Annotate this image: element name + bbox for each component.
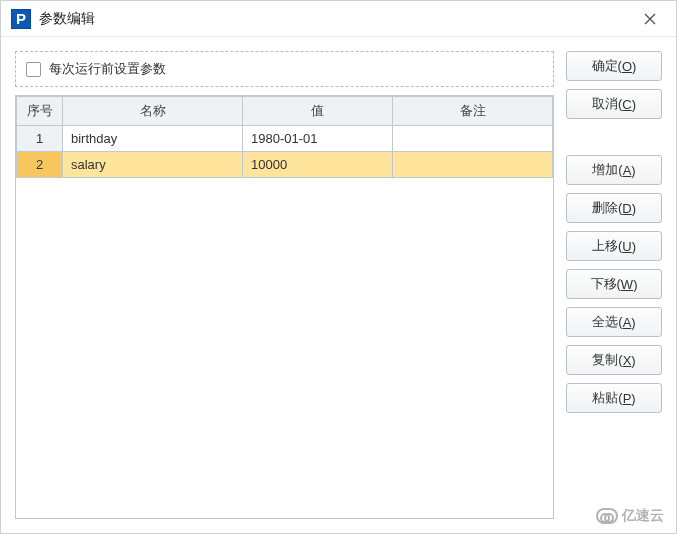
close-button[interactable]: [630, 4, 670, 34]
col-header-value[interactable]: 值: [243, 97, 393, 126]
parameter-table-wrap: 序号 名称 值 备注 1birthday1980-01-012salary100…: [15, 95, 554, 519]
col-header-name[interactable]: 名称: [63, 97, 243, 126]
pre-run-checkbox[interactable]: [26, 62, 41, 77]
titlebar: P 参数编辑: [1, 1, 676, 37]
window-title: 参数编辑: [39, 10, 630, 28]
col-header-seq[interactable]: 序号: [17, 97, 63, 126]
cell-seq[interactable]: 2: [17, 152, 63, 178]
close-icon: [644, 13, 656, 25]
watermark: 亿速云: [596, 507, 664, 525]
app-icon: P: [11, 9, 31, 29]
selectall-button[interactable]: 全选(A): [566, 307, 662, 337]
cell-note[interactable]: [393, 126, 553, 152]
cell-value[interactable]: 1980-01-01: [243, 126, 393, 152]
content-area: 每次运行前设置参数 序号 名称 值 备注 1birthday1980-01-01…: [1, 37, 676, 533]
table-row[interactable]: 1birthday1980-01-01: [17, 126, 553, 152]
cell-name[interactable]: salary: [63, 152, 243, 178]
parameter-table[interactable]: 序号 名称 值 备注 1birthday1980-01-012salary100…: [16, 96, 553, 178]
button-pane: 确定(O) 取消(C) 增加(A) 删除(D) 上移(U) 下移(W) 全选(A…: [566, 51, 662, 519]
pre-run-checkbox-label: 每次运行前设置参数: [49, 60, 166, 78]
copy-button[interactable]: 复制(X): [566, 345, 662, 375]
table-body: 1birthday1980-01-012salary10000: [17, 126, 553, 178]
table-row[interactable]: 2salary10000: [17, 152, 553, 178]
paste-button[interactable]: 粘贴(P): [566, 383, 662, 413]
watermark-icon: [596, 508, 618, 524]
cancel-button[interactable]: 取消(C): [566, 89, 662, 119]
down-button[interactable]: 下移(W): [566, 269, 662, 299]
col-header-note[interactable]: 备注: [393, 97, 553, 126]
dialog-window: P 参数编辑 每次运行前设置参数 序号 名称 值 备注: [0, 0, 677, 534]
delete-button[interactable]: 删除(D): [566, 193, 662, 223]
ok-button[interactable]: 确定(O): [566, 51, 662, 81]
table-header-row: 序号 名称 值 备注: [17, 97, 553, 126]
add-button[interactable]: 增加(A): [566, 155, 662, 185]
left-pane: 每次运行前设置参数 序号 名称 值 备注 1birthday1980-01-01…: [15, 51, 554, 519]
cell-value[interactable]: 10000: [243, 152, 393, 178]
cell-name[interactable]: birthday: [63, 126, 243, 152]
cell-note[interactable]: [393, 152, 553, 178]
watermark-text: 亿速云: [622, 507, 664, 525]
pre-run-checkbox-panel[interactable]: 每次运行前设置参数: [15, 51, 554, 87]
cell-seq[interactable]: 1: [17, 126, 63, 152]
button-gap: [566, 127, 662, 147]
up-button[interactable]: 上移(U): [566, 231, 662, 261]
